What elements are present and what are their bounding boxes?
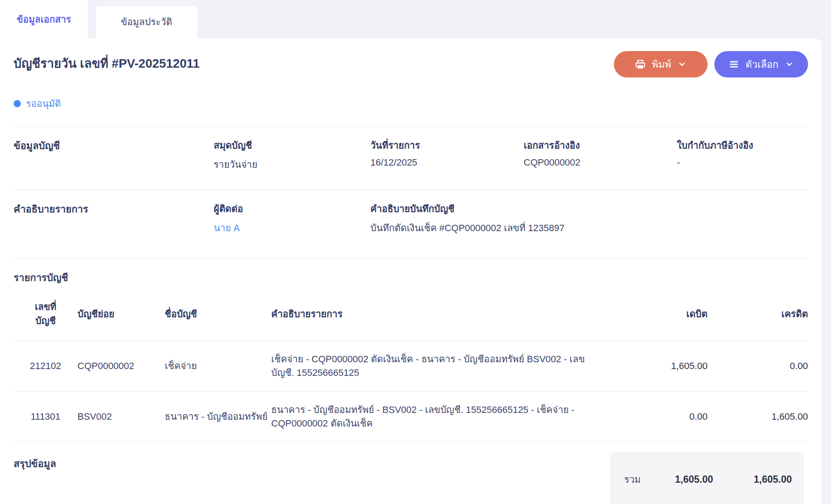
tab-history-info[interactable]: ข้อมูลประวัติ bbox=[95, 5, 198, 38]
table-row: 111301 BSV002 ธนาคาร - บัญชีออมทรัพย์ ธน… bbox=[14, 391, 808, 442]
cell-account-name: เช็คจ่าย bbox=[165, 341, 271, 392]
print-button[interactable]: พิมพ์ bbox=[614, 51, 708, 77]
status-dot-icon bbox=[14, 100, 21, 107]
field-label: ผู้ติดต่อ bbox=[214, 201, 370, 216]
page-title: บัญชีรายวัน เลขที่ #PV-202512011 bbox=[14, 51, 200, 73]
contact-link[interactable]: นาย A bbox=[214, 220, 370, 235]
total-credit: 1,605.00 bbox=[713, 474, 792, 485]
col-account-name: ชื่อบัญชี bbox=[165, 289, 271, 341]
field-value: บันทึกตัดเงินเช็ค #CQP0000002 เลขที่ 123… bbox=[370, 220, 808, 235]
field-label: คำอธิบายบันทึกบัญชี bbox=[370, 201, 808, 216]
field-book: สมุดบัญชี รายวันจ่าย bbox=[214, 138, 370, 190]
total-debit: 1,605.00 bbox=[641, 474, 713, 485]
cell-debit: 1,605.00 bbox=[612, 341, 708, 392]
field-value: CQP0000002 bbox=[524, 157, 677, 168]
cell-account-no: 111301 bbox=[14, 391, 77, 442]
status-label: รออนุมัติ bbox=[26, 96, 61, 111]
tab-bar: ข้อมูลเอกสาร ข้อมูลประวัติ bbox=[0, 0, 831, 38]
field-reference-doc: เอกสารอ้างอิง CQP0000002 bbox=[524, 138, 677, 190]
cell-account-no: 212102 bbox=[14, 341, 77, 392]
tab-document-info[interactable]: ข้อมูลเอกสาร bbox=[0, 0, 88, 38]
cell-credit: 1,605.00 bbox=[708, 391, 808, 442]
field-contact: ผู้ติดต่อ นาย A bbox=[214, 201, 370, 258]
cell-account-name: ธนาคาร - บัญชีออมทรัพย์ bbox=[165, 391, 271, 442]
field-note: คำอธิบายบันทึกบัญชี บันทึกตัดเงินเช็ค #C… bbox=[370, 201, 808, 258]
table-row: 212102 CQP0000002 เช็คจ่าย เช็คจ่าย - CQ… bbox=[14, 341, 808, 392]
status-badge: รออนุมัติ bbox=[14, 96, 808, 111]
field-value: รายวันจ่าย bbox=[214, 157, 370, 172]
options-button[interactable]: ตัวเลือก bbox=[714, 51, 808, 77]
printer-icon bbox=[635, 59, 645, 69]
summary-title: สรุปข้อมูล bbox=[14, 456, 56, 471]
menu-icon bbox=[729, 59, 739, 69]
chevron-down-icon bbox=[678, 60, 686, 69]
options-button-label: ตัวเลือก bbox=[745, 57, 779, 72]
account-info-title: ข้อมูลบัญชี bbox=[14, 138, 214, 190]
field-tax-invoice-ref: ใบกำกับภาษีอ้างอิง - bbox=[677, 138, 808, 190]
field-date: วันที่รายการ 16/12/2025 bbox=[370, 138, 524, 190]
cell-credit: 0.00 bbox=[708, 341, 808, 392]
account-info-section: ข้อมูลบัญชี สมุดบัญชี รายวันจ่าย วันที่ร… bbox=[14, 127, 808, 190]
document-card: บัญชีรายวัน เลขที่ #PV-202512011 พิมพ์ ต… bbox=[0, 38, 822, 504]
description-section: คำอธิบายรายการ ผู้ติดต่อ นาย A คำอธิบายบ… bbox=[14, 190, 808, 258]
document-header: บัญชีรายวัน เลขที่ #PV-202512011 พิมพ์ ต… bbox=[14, 38, 808, 77]
cell-sub-account: CQP0000002 bbox=[77, 341, 165, 392]
field-label: ใบกำกับภาษีอ้างอิง bbox=[677, 138, 808, 153]
description-title: คำอธิบายรายการ bbox=[14, 201, 214, 258]
summary-totals: รวม 1,605.00 1,605.00 bbox=[610, 452, 804, 504]
col-description: คำอธิบายรายการ bbox=[271, 289, 612, 341]
col-debit: เดบิต bbox=[612, 289, 708, 341]
field-label: เอกสารอ้างอิง bbox=[524, 138, 677, 153]
cell-sub-account: BSV002 bbox=[77, 391, 165, 442]
col-sub-account: บัญชีย่อย bbox=[77, 289, 165, 341]
field-value: 16/12/2025 bbox=[370, 157, 524, 168]
total-label: รวม bbox=[610, 472, 641, 487]
entries-header-row: เลขที่บัญชี บัญชีย่อย ชื่อบัญชี คำอธิบาย… bbox=[14, 289, 808, 341]
field-label: วันที่รายการ bbox=[370, 138, 524, 153]
field-label: สมุดบัญชี bbox=[214, 138, 370, 153]
divider bbox=[14, 258, 808, 259]
entries-title: รายการบัญชี bbox=[14, 270, 808, 285]
entries-table: เลขที่บัญชี บัญชีย่อย ชื่อบัญชี คำอธิบาย… bbox=[14, 289, 808, 442]
col-account-no: เลขที่บัญชี bbox=[14, 289, 77, 341]
cell-description: เช็คจ่าย - CQP0000002 ตัดเงินเช็ค - ธนาค… bbox=[271, 341, 612, 392]
cell-description: ธนาคาร - บัญชีออมทรัพย์ - BSV002 - เลขบั… bbox=[271, 391, 612, 442]
print-button-label: พิมพ์ bbox=[652, 57, 671, 72]
header-actions: พิมพ์ ตัวเลือก bbox=[614, 51, 808, 77]
col-credit: เครดิต bbox=[708, 289, 808, 341]
cell-debit: 0.00 bbox=[612, 391, 708, 442]
chevron-down-icon bbox=[785, 60, 794, 69]
summary-section: สรุปข้อมูล รวม 1,605.00 1,605.00 bbox=[14, 442, 808, 504]
field-value: - bbox=[677, 157, 808, 168]
